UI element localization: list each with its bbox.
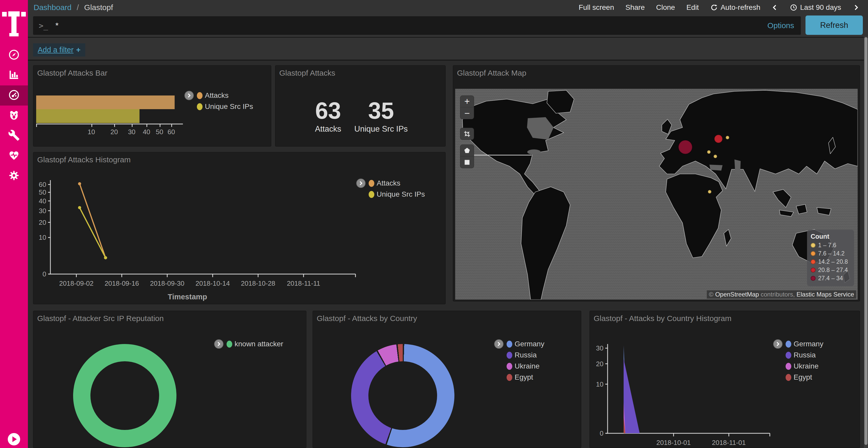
- scrollbar-thumb[interactable]: [864, 37, 867, 445]
- sidebar-item-timelion[interactable]: [0, 106, 28, 126]
- map-fit-control: [460, 128, 474, 140]
- legend-items: AttacksUnique Src IPs: [197, 91, 253, 111]
- edit-button[interactable]: Edit: [686, 3, 699, 12]
- legend-color-dot: [506, 363, 512, 370]
- map-legend-color-dot: [811, 243, 815, 248]
- share-button[interactable]: Share: [625, 3, 645, 12]
- x-tick-label: 60: [168, 128, 175, 136]
- refresh-button[interactable]: Refresh: [805, 15, 863, 35]
- legend-item-attacks[interactable]: Attacks: [369, 179, 425, 187]
- legend-item-attacks[interactable]: Attacks: [197, 91, 253, 100]
- world-map-canvas[interactable]: + − Count 1 – 7.67.6 – 14.214.2 – 20.820…: [455, 89, 858, 300]
- legend-color-dot: [197, 92, 203, 99]
- svg-text:2018-09-02: 2018-09-02: [59, 279, 94, 287]
- line-series-unique-src-ips[interactable]: [80, 208, 106, 258]
- panel-attacks-by-country-histogram: Glastopf - Attacks by Country Histogram …: [590, 311, 860, 448]
- legend-item-label: Egypt: [515, 373, 533, 381]
- nav-actions: Full screen Share Clone Edit Auto-refres…: [579, 3, 868, 12]
- svg-text:60: 60: [39, 181, 46, 188]
- legend-item-russia[interactable]: Russia: [785, 351, 823, 359]
- time-back-button[interactable]: [772, 4, 778, 11]
- map-legend-color-dot: [811, 260, 815, 264]
- auto-refresh-button[interactable]: Auto-refresh: [710, 3, 760, 12]
- svg-text:30: 30: [596, 344, 603, 352]
- legend-items: known attacker: [226, 340, 283, 348]
- legend-color-dot: [369, 180, 374, 187]
- breadcrumb-dashboard-link[interactable]: Dashboard: [34, 3, 71, 12]
- legend-item-egypt[interactable]: Egypt: [785, 373, 823, 381]
- legend-toggle-chevron-icon[interactable]: [214, 339, 223, 349]
- legend-item-egypt[interactable]: Egypt: [506, 373, 544, 381]
- legend-item-unique-src-ips[interactable]: Unique Src IPs: [369, 190, 425, 199]
- refresh-cycle-icon: [710, 4, 718, 11]
- sidebar-item-visualize[interactable]: [0, 65, 28, 85]
- data-point[interactable]: [104, 256, 107, 260]
- panel-src-ip-reputation: Glastopf - Attacker Src IP Reputation kn…: [33, 311, 306, 448]
- legend-item-label: Attacks: [377, 179, 400, 187]
- breadcrumb-current: Glastopf: [84, 3, 113, 12]
- map-polygon-draw-button[interactable]: [460, 145, 474, 157]
- area-series-russia[interactable]: [624, 359, 640, 433]
- map-legend-range-label: 27.4 – 34: [818, 275, 843, 282]
- sidebar-item-monitoring[interactable]: [0, 146, 28, 166]
- line-series-attacks[interactable]: [80, 184, 106, 258]
- telekom-logo[interactable]: [0, 0, 28, 45]
- top-nav: Dashboard / Glastopf Full screen Share C…: [28, 0, 868, 15]
- sidebar-item-dev-tools[interactable]: [0, 126, 28, 146]
- bar-attacks[interactable]: [36, 96, 175, 109]
- full-screen-button[interactable]: Full screen: [579, 3, 614, 12]
- sidebar-item-discover[interactable]: [0, 45, 28, 65]
- metric-label: Unique Src IPs: [352, 125, 409, 134]
- bar-unique-src-ips[interactable]: [36, 109, 140, 123]
- breadcrumb: Dashboard / Glastopf: [34, 3, 113, 12]
- sidebar-expand-button[interactable]: [8, 433, 20, 445]
- time-forward-button[interactable]: [852, 4, 859, 11]
- page-scrollbar[interactable]: [864, 36, 868, 448]
- add-filter-button[interactable]: Add a filter+: [33, 43, 85, 57]
- map-rectangle-draw-button[interactable]: [460, 157, 474, 168]
- query-options-link[interactable]: Options: [768, 21, 794, 30]
- openstreetmap-link[interactable]: OpenStreetMap: [715, 291, 759, 298]
- data-point[interactable]: [78, 206, 81, 209]
- legend-color-dot: [226, 341, 232, 348]
- map-legend-item: 27.4 – 34: [811, 275, 850, 282]
- clone-button[interactable]: Clone: [656, 3, 675, 12]
- map-legend-range-label: 7.6 – 14.2: [818, 250, 844, 257]
- line-chart: 01020304050602018-09-022018-09-162018-09…: [33, 152, 445, 304]
- donut-chart[interactable]: [351, 344, 455, 447]
- sidebar-item-management[interactable]: [0, 166, 28, 186]
- svg-text:10: 10: [39, 234, 46, 241]
- legend-item-ukraine[interactable]: Ukraine: [785, 362, 823, 370]
- map-legend-item: 1 – 7.6: [811, 242, 850, 249]
- panel-title: Glastopf Attacks Histogram: [37, 156, 131, 164]
- x-axis-tick: [171, 124, 172, 127]
- query-input[interactable]: *: [55, 21, 767, 30]
- kibana-dashboard: { "colors": { "magenta": "#e20074", "mag…: [0, 0, 868, 448]
- header-divider: [28, 37, 868, 38]
- legend-item-unique-src-ips[interactable]: Unique Src IPs: [197, 102, 253, 111]
- chart-legend: AttacksUnique Src IPs: [356, 179, 425, 199]
- sidebar-item-dashboard[interactable]: [0, 85, 28, 106]
- legend-toggle-chevron-icon[interactable]: [184, 91, 194, 100]
- panel-attacks-histogram: Glastopf Attacks Histogram 0102030405060…: [33, 152, 445, 304]
- legend-item-russia[interactable]: Russia: [506, 351, 544, 359]
- legend-item-ukraine[interactable]: Ukraine: [506, 362, 544, 370]
- map-crop-button[interactable]: [460, 128, 474, 140]
- metric-label: Attacks: [300, 125, 356, 134]
- legend-toggle-chevron-icon[interactable]: [773, 339, 782, 349]
- data-point[interactable]: [78, 182, 81, 185]
- legend-item-known-attacker[interactable]: known attacker: [226, 340, 283, 348]
- map-legend-color-dot: [811, 268, 815, 273]
- svg-text:2018-11-01: 2018-11-01: [712, 439, 746, 446]
- legend-color-dot: [197, 103, 203, 110]
- legend-item-germany[interactable]: Germany: [785, 340, 823, 348]
- map-zoom-in-button[interactable]: +: [460, 96, 474, 107]
- map-zoom-out-button[interactable]: −: [460, 107, 474, 119]
- elastic-maps-service-link[interactable]: Elastic Maps Service: [797, 291, 854, 298]
- legend-toggle-chevron-icon[interactable]: [494, 339, 503, 349]
- time-picker-button[interactable]: Last 90 days: [790, 3, 841, 12]
- legend-toggle-chevron-icon[interactable]: [356, 179, 366, 188]
- donut-chart[interactable]: [73, 344, 177, 447]
- legend-item-germany[interactable]: Germany: [506, 340, 544, 348]
- query-bar[interactable]: >_ * Options: [33, 16, 801, 35]
